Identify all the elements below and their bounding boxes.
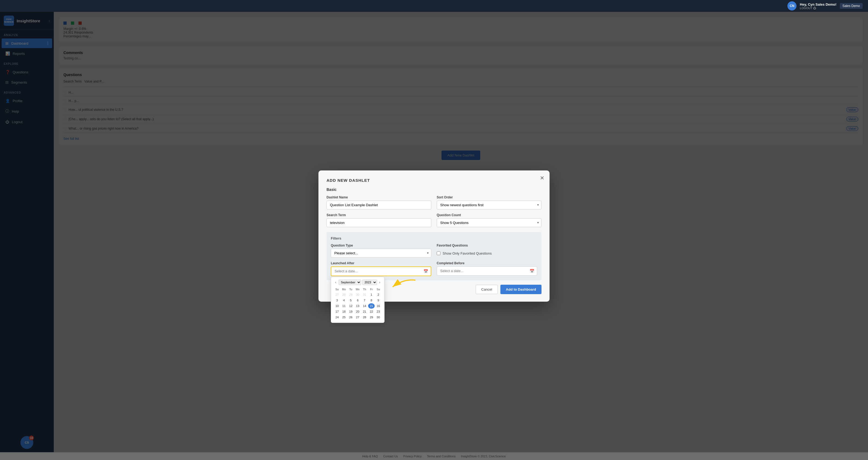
cal-day[interactable]: 28 (341, 292, 347, 297)
cal-day[interactable]: 18 (341, 309, 347, 314)
cal-day[interactable]: 9 (375, 298, 381, 303)
completed-before-input[interactable] (437, 267, 527, 275)
search-term-input[interactable] (327, 218, 431, 227)
calendar-popover: ‹ September 2023 › (331, 277, 384, 323)
cal-day[interactable]: 30 (354, 292, 361, 297)
show-favorited-checkbox[interactable] (437, 251, 440, 255)
add-to-dashboard-button[interactable]: Add to Dashboard (500, 285, 541, 294)
question-count-select[interactable]: Show 5 QuestionsShow 10 QuestionsShow 15… (437, 218, 541, 227)
sort-order-select[interactable]: Show newest questions firstShow oldest q… (437, 201, 541, 209)
cal-day[interactable]: 11 (341, 303, 347, 309)
filters-section-label: Filters (331, 236, 537, 240)
user-info: Hey, Cyn Sales Demo! LOGOUT ⏻ (800, 2, 836, 10)
cal-day[interactable]: 22 (368, 309, 375, 314)
cal-day[interactable]: 4 (341, 298, 347, 303)
calendar-prev-button[interactable]: ‹ (334, 280, 338, 285)
cal-day[interactable]: 6 (354, 298, 361, 303)
calendar-year-select[interactable]: 2023 (362, 280, 377, 285)
cal-day[interactable]: 2 (375, 292, 381, 297)
user-avatar: CN (787, 1, 797, 10)
calendar-month-select[interactable]: September (339, 280, 361, 285)
cal-day[interactable]: 24 (334, 314, 340, 320)
dashlet-name-label: Dashlet Name (327, 195, 431, 199)
modal-close-button[interactable]: ✕ (538, 174, 546, 182)
cal-day-selected[interactable]: 15 (368, 303, 375, 309)
calendar-next-button[interactable]: › (378, 280, 381, 285)
launched-after-input-wrapper: 📅 (331, 267, 431, 276)
cal-day-header-sa: Sa (375, 287, 381, 292)
completed-before-label: Completed Before (437, 261, 537, 265)
cal-day[interactable]: 21 (361, 309, 368, 314)
add-dashlet-modal: ✕ ADD NEW DASHLET Basic Dashlet Name Sor… (318, 171, 550, 302)
cal-day[interactable]: 17 (334, 309, 340, 314)
cal-day-header-tu: Tu (347, 287, 354, 292)
launched-after-label: Launched After (331, 261, 431, 265)
cal-day-header-su: Su (334, 287, 340, 292)
cal-day[interactable]: 23 (375, 309, 381, 314)
cal-day[interactable]: 28 (361, 314, 368, 320)
cal-day-header-th: Th (361, 287, 368, 292)
cal-day-header-mo: Mo (341, 287, 347, 292)
launched-after-input[interactable] (331, 267, 421, 275)
cal-day[interactable]: 12 (347, 303, 354, 309)
cal-day-header-fr: Fr (368, 287, 375, 292)
cal-day[interactable]: 19 (347, 309, 354, 314)
question-type-select[interactable]: Please select...Multiple ChoiceOpen Ende… (331, 249, 431, 257)
search-term-label: Search Term (327, 213, 431, 217)
cal-day[interactable]: 20 (354, 309, 361, 314)
cal-day[interactable]: 10 (334, 303, 340, 309)
cal-day[interactable]: 13 (354, 303, 361, 309)
cal-day[interactable]: 25 (341, 314, 347, 320)
sort-order-label: Sort Order (437, 195, 541, 199)
logout-link[interactable]: LOGOUT ⏻ (800, 6, 836, 10)
cal-day[interactable]: 30 (375, 314, 381, 320)
completed-before-input-wrapper: 📅 (437, 267, 537, 276)
cal-day[interactable]: 31 (361, 292, 368, 297)
completed-before-calendar-icon[interactable]: 📅 (527, 267, 537, 275)
favorited-questions-label: Favorited Questions (437, 244, 537, 247)
cal-day[interactable]: 16 (375, 303, 381, 309)
question-type-label: Question Type (331, 244, 431, 247)
basic-section-label: Basic (327, 187, 541, 192)
cal-day[interactable]: 27 (354, 314, 361, 320)
cal-day[interactable]: 27 (334, 292, 340, 297)
question-count-label: Question Count (437, 213, 541, 217)
cal-day[interactable]: 29 (368, 314, 375, 320)
cal-day-header-we: We (354, 287, 361, 292)
user-name: Hey, Cyn Sales Demo! (800, 2, 836, 6)
cal-day[interactable]: 5 (347, 298, 354, 303)
sales-demo-badge: Sales Demo (840, 3, 863, 9)
modal-overlay: ✕ ADD NEW DASHLET Basic Dashlet Name Sor… (0, 12, 868, 460)
cancel-button[interactable]: Cancel (476, 285, 498, 294)
cal-day[interactable]: 26 (347, 314, 354, 320)
cal-day[interactable]: 29 (347, 292, 354, 297)
modal-title: ADD NEW DASHLET (327, 178, 541, 183)
cal-day[interactable]: 14 (361, 303, 368, 309)
filters-section: Filters Question Type Please select...Mu… (327, 232, 541, 280)
show-favorited-label: Show Only Favorited Questions (443, 251, 492, 255)
cal-day[interactable]: 3 (334, 298, 340, 303)
top-bar: CN Hey, Cyn Sales Demo! LOGOUT ⏻ Sales D… (0, 0, 868, 12)
cal-day[interactable]: 7 (361, 298, 368, 303)
launched-after-calendar-icon[interactable]: 📅 (421, 267, 431, 276)
dashlet-name-input[interactable] (327, 201, 431, 209)
cal-day[interactable]: 8 (368, 298, 375, 303)
cal-day[interactable]: 1 (368, 292, 375, 297)
